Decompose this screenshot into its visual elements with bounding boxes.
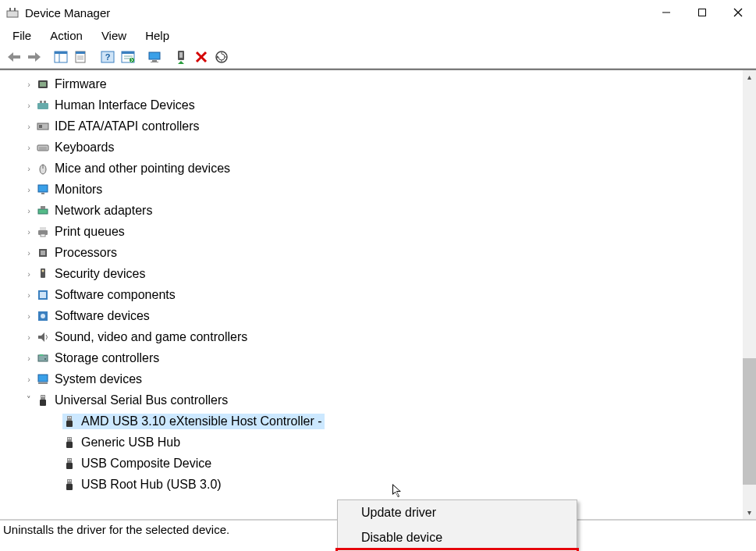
firmware-icon bbox=[36, 77, 50, 91]
tree-node-label: Mice and other pointing devices bbox=[55, 162, 230, 176]
device-tree[interactable]: ›Firmware›Human Interface Devices›IDE AT… bbox=[0, 70, 756, 519]
tree-node-label: Human Interface Devices bbox=[55, 98, 195, 112]
tree-node-label: Monitors bbox=[55, 183, 102, 197]
tree-node-label: IDE ATA/ATAPI controllers bbox=[55, 119, 200, 133]
svg-rect-71 bbox=[70, 438, 72, 439]
svg-rect-69 bbox=[67, 437, 72, 442]
tree-node-label: Software components bbox=[55, 288, 176, 302]
menu-action[interactable]: Action bbox=[42, 27, 91, 44]
chevron-right-icon[interactable]: › bbox=[22, 375, 36, 384]
svg-rect-2 bbox=[14, 8, 16, 11]
tree-node[interactable]: ›Security devices bbox=[8, 263, 756, 284]
toolbar-sheet[interactable] bbox=[119, 48, 137, 66]
toolbar-properties[interactable] bbox=[72, 48, 91, 66]
chevron-right-icon[interactable]: › bbox=[22, 269, 36, 279]
chevron-right-icon[interactable]: › bbox=[22, 332, 36, 342]
context-menu-item[interactable]: Update driver bbox=[338, 500, 577, 525]
svg-rect-47 bbox=[40, 227, 46, 230]
svg-rect-18 bbox=[122, 52, 134, 54]
monitor-icon bbox=[36, 183, 50, 197]
tree-node[interactable]: ˅Universal Serial Bus controllers bbox=[8, 389, 756, 411]
svg-rect-0 bbox=[7, 11, 18, 17]
tree-child-node[interactable]: USB Composite Device bbox=[8, 453, 756, 474]
chevron-right-icon[interactable]: › bbox=[22, 290, 36, 300]
tree-node[interactable]: ›Network adapters bbox=[8, 200, 756, 221]
chevron-right-icon[interactable]: › bbox=[22, 143, 36, 152]
toolbar-scan-hardware[interactable] bbox=[212, 48, 231, 66]
chevron-right-icon[interactable]: › bbox=[22, 354, 36, 363]
tree-node-label: USB Composite Device bbox=[81, 457, 211, 471]
scroll-track[interactable] bbox=[743, 84, 756, 506]
tree-node-label: Firmware bbox=[55, 77, 107, 91]
toolbar-uninstall-device[interactable] bbox=[192, 48, 211, 66]
svg-rect-54 bbox=[40, 292, 46, 298]
tree-node[interactable]: ›System devices bbox=[8, 368, 756, 389]
chevron-down-icon[interactable]: ˅ bbox=[22, 395, 36, 405]
menu-view[interactable]: View bbox=[94, 27, 134, 44]
tree-node-label: Sound, video and game controllers bbox=[55, 330, 247, 344]
chevron-right-icon[interactable]: › bbox=[22, 185, 36, 194]
svg-rect-59 bbox=[38, 375, 48, 382]
svg-rect-50 bbox=[41, 251, 45, 255]
scroll-down-button[interactable]: ▾ bbox=[743, 506, 756, 519]
mouse-icon bbox=[36, 162, 50, 176]
svg-rect-63 bbox=[44, 396, 45, 397]
toolbar-update-driver[interactable] bbox=[145, 48, 164, 66]
tree-node[interactable]: ›IDE ATA/ATAPI controllers bbox=[8, 116, 756, 137]
svg-point-56 bbox=[41, 314, 45, 318]
toolbar-forward[interactable] bbox=[25, 48, 44, 66]
close-button[interactable] bbox=[720, 0, 756, 25]
toolbar-help[interactable]: ? bbox=[98, 48, 117, 66]
toolbar-back[interactable] bbox=[5, 48, 23, 66]
chevron-right-icon[interactable]: › bbox=[22, 206, 36, 215]
tree-node[interactable]: ›Software components bbox=[8, 284, 756, 305]
menu-help[interactable]: Help bbox=[137, 27, 177, 44]
tree-child-node[interactable]: Generic USB Hub bbox=[8, 432, 756, 453]
svg-rect-23 bbox=[152, 60, 157, 62]
toolbar-enable-device[interactable] bbox=[172, 48, 190, 66]
usb-icon bbox=[62, 457, 76, 471]
svg-rect-74 bbox=[68, 459, 69, 460]
tree-child-node[interactable]: USB Root Hub (USB 3.0) bbox=[8, 474, 756, 495]
tree-node[interactable]: ›Mice and other pointing devices bbox=[8, 158, 756, 179]
svg-rect-73 bbox=[67, 458, 72, 463]
chevron-right-icon[interactable]: › bbox=[22, 122, 36, 131]
chevron-right-icon[interactable]: › bbox=[22, 227, 36, 236]
tree-node[interactable]: ›Firmware bbox=[8, 73, 756, 94]
chevron-right-icon[interactable]: › bbox=[22, 164, 36, 173]
chevron-right-icon[interactable]: › bbox=[22, 101, 36, 110]
tree-node-label: Keyboards bbox=[55, 140, 115, 155]
tree-node[interactable]: ›Print queues bbox=[8, 221, 756, 242]
svg-rect-78 bbox=[68, 480, 69, 482]
svg-rect-1 bbox=[9, 8, 11, 11]
svg-point-21 bbox=[130, 58, 134, 62]
swcomp-icon bbox=[36, 288, 50, 302]
context-menu-item[interactable]: Disable device bbox=[338, 525, 577, 550]
security-icon bbox=[36, 267, 50, 281]
tree-child-node[interactable]: AMD USB 3.10 eXtensible Host Controller … bbox=[8, 411, 756, 432]
tree-node[interactable]: ›Human Interface Devices bbox=[8, 94, 756, 116]
tree-node[interactable]: ›Software devices bbox=[8, 305, 756, 326]
context-menu: Update driverDisable deviceUninstall dev… bbox=[337, 499, 577, 551]
chevron-right-icon[interactable]: › bbox=[22, 80, 36, 89]
scroll-thumb[interactable] bbox=[743, 358, 756, 485]
svg-rect-80 bbox=[66, 484, 73, 490]
maximize-button[interactable] bbox=[684, 0, 720, 25]
tree-node[interactable]: ›Keyboards bbox=[8, 137, 756, 158]
tree-node[interactable]: ›Sound, video and game controllers bbox=[8, 326, 756, 347]
svg-rect-66 bbox=[68, 417, 69, 418]
toolbar: ? bbox=[0, 45, 756, 69]
svg-rect-31 bbox=[40, 82, 46, 87]
menu-file[interactable]: File bbox=[5, 27, 39, 44]
tree-node[interactable]: ›Processors bbox=[8, 242, 756, 263]
chevron-right-icon[interactable]: › bbox=[22, 248, 36, 258]
vertical-scrollbar[interactable]: ▴ ▾ bbox=[743, 70, 756, 519]
tree-node[interactable]: ›Storage controllers bbox=[8, 347, 756, 368]
menu-bar: File Action View Help bbox=[0, 25, 756, 45]
toolbar-panel[interactable] bbox=[51, 48, 70, 66]
chevron-right-icon[interactable]: › bbox=[22, 311, 36, 321]
scroll-up-button[interactable]: ▴ bbox=[743, 70, 756, 84]
tree-node[interactable]: ›Monitors bbox=[8, 179, 756, 200]
minimize-button[interactable] bbox=[648, 0, 684, 25]
svg-rect-64 bbox=[40, 400, 46, 406]
